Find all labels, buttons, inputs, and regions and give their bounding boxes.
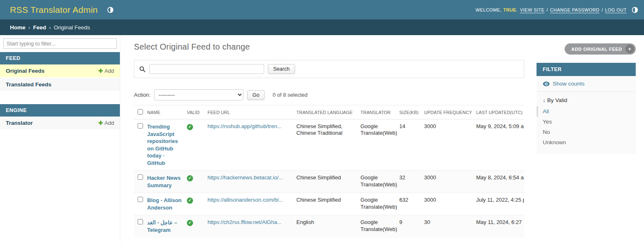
column-header-feed-url[interactable]: FEED URL	[208, 105, 296, 119]
table-row: Blog - Allison Anderson✓https://allisona…	[134, 193, 524, 215]
plus-icon: ✚	[98, 120, 103, 126]
add-original-feed-button[interactable]: ADD ORIGINAL FEED +	[565, 43, 636, 55]
sidebar-add-link[interactable]: ✚Add	[98, 68, 114, 74]
feed-name-cell: Trending JavaScript repositories on GitH…	[147, 119, 187, 171]
feed-url-link[interactable]: https://hackernews.betacat.io/...	[208, 174, 283, 181]
filter-group-title: ↓By Valid	[537, 92, 636, 106]
filter-option-unknown: Unknown	[537, 137, 636, 148]
breadcrumb-link-feed[interactable]: Feed	[33, 24, 46, 31]
theme-toggle-icon[interactable]	[632, 7, 638, 13]
go-button[interactable]: Go	[247, 90, 265, 100]
feed-name-link[interactable]: Hacker News Summary	[147, 174, 183, 189]
valid-check-icon: ✓	[187, 220, 193, 226]
add-button-label: ADD ORIGINAL FEED	[571, 47, 622, 52]
sidebar-model-link[interactable]: Translator	[6, 120, 33, 126]
translator-cell: Google Translate(Web)	[360, 215, 399, 238]
filter-option-link[interactable]: Unknown	[543, 139, 566, 145]
translator-cell: Google Translate(Web)	[360, 119, 399, 171]
show-counts-toggle[interactable]: Show counts	[537, 76, 636, 92]
last-updated-cell: May 11, 2024, 6:27	[476, 215, 524, 238]
table-row: Hacker News Summary✓https://hackernews.b…	[134, 171, 524, 193]
filter-panel-title: FILTER	[537, 63, 636, 76]
breadcrumb-link-home[interactable]: Home	[10, 24, 26, 31]
filter-option-link[interactable]: Yes	[543, 119, 552, 125]
sidebar-item-translator[interactable]: Translator✚Add	[0, 117, 120, 130]
theme-toggle-icon[interactable]	[107, 7, 114, 13]
size-kb-cell: 32	[399, 171, 424, 193]
feed-url-cell: https://allisonanderson.com/bl...	[208, 193, 296, 215]
row-checkbox[interactable]	[138, 219, 143, 224]
search-toolbar: Search	[134, 60, 524, 78]
table-row: عاجل - الغد – Telegram✓https://ch2rss.ff…	[134, 215, 524, 238]
valid-check-icon: ✓	[187, 124, 193, 130]
add-label: Add	[105, 68, 114, 74]
action-select[interactable]: ---------	[154, 89, 243, 100]
user-link-view-site[interactable]: VIEW SITE	[520, 7, 544, 12]
sidebar-item-translated-feeds[interactable]: Translated Feeds	[0, 78, 120, 92]
actions-row: Action: --------- Go 0 of 8 selected	[134, 89, 524, 100]
update-frequency-cell: 3000	[424, 171, 476, 193]
site-title[interactable]: RSS Translator Admin	[10, 5, 98, 15]
feed-name-link[interactable]: عاجل - الغد – Telegram	[147, 219, 183, 233]
filter-options-list: AllYesNoUnknown	[537, 106, 636, 149]
sidebar-model-link[interactable]: Original Feeds	[6, 68, 45, 74]
right-column: ADD ORIGINAL FEED + FILTER Show counts ↓…	[537, 43, 636, 154]
main-content: Select Original Feed to change Search Ac…	[134, 35, 524, 238]
plus-icon: ✚	[98, 68, 103, 74]
column-header-translator[interactable]: TRANSLATOR	[360, 105, 399, 119]
filter-option-link[interactable]: No	[543, 129, 550, 135]
column-header-size-kb-[interactable]: SIZE(KB)	[399, 105, 424, 119]
feed-name-link[interactable]: Blog - Allison Anderson	[147, 197, 183, 211]
user-link-change-password[interactable]: CHANGE PASSWORD	[550, 7, 599, 12]
username-suffix: .	[516, 7, 518, 12]
valid-cell: ✓	[187, 171, 208, 193]
filter-option-all: All	[537, 106, 636, 117]
filter-option-yes: Yes	[537, 117, 636, 127]
filter-panel: FILTER Show counts ↓By Valid AllYesNoUnk…	[537, 63, 636, 154]
valid-cell: ✓	[187, 193, 208, 215]
select-all-header-cell	[134, 105, 147, 119]
column-header-last-updated-utc-[interactable]: LAST UPDATED(UTC)	[476, 105, 524, 119]
search-button[interactable]: Search	[268, 64, 295, 74]
feed-url-cell: https://rsshub.app/github/tren...	[208, 119, 296, 171]
row-checkbox[interactable]	[138, 174, 143, 180]
valid-cell: ✓	[187, 119, 208, 171]
add-label: Add	[105, 120, 114, 126]
feed-name-cell: عاجل - الغد – Telegram	[147, 215, 187, 238]
column-header-translated-language[interactable]: TRANSLATED LANGUAGE	[296, 105, 360, 119]
last-updated-cell: May 8, 2024, 6:54 a.	[476, 171, 524, 193]
update-frequency-cell: 3000	[424, 193, 476, 215]
row-checkbox[interactable]	[138, 197, 143, 202]
search-input[interactable]	[149, 64, 264, 74]
user-links: VIEW SITE/CHANGE PASSWORD/LOG OUT	[519, 7, 627, 12]
eye-icon	[543, 81, 550, 86]
feed-url-link[interactable]: https://allisonanderson.com/bl...	[208, 197, 283, 203]
sidebar-model-link[interactable]: Translated Feeds	[6, 81, 51, 88]
row-checkbox[interactable]	[138, 123, 143, 129]
sidebar-item-original-feeds[interactable]: Original Feeds✚Add	[0, 64, 120, 78]
filter-option-link[interactable]: All	[543, 108, 549, 114]
sort-descending-icon: ↓	[543, 97, 546, 103]
feed-name-cell: Hacker News Summary	[147, 171, 187, 193]
translator-cell: Google Translate(Web)	[360, 171, 399, 193]
feed-url-link[interactable]: https://rsshub.app/github/tren...	[208, 123, 281, 129]
size-kb-cell: 14	[399, 119, 424, 171]
row-select-cell	[134, 119, 147, 171]
sidebar-filter-input[interactable]	[3, 38, 117, 49]
sidebar-add-link[interactable]: ✚Add	[98, 120, 114, 126]
column-header-name[interactable]: NAME	[147, 105, 187, 119]
action-label: Action:	[134, 92, 150, 98]
feed-name-link[interactable]: Trending JavaScript repositories on GitH…	[147, 123, 183, 167]
valid-check-icon: ✓	[187, 175, 193, 181]
feed-url-link[interactable]: https://ch2rss.fflow.net/AlGha...	[208, 219, 281, 225]
user-link-log-out[interactable]: LOG OUT	[605, 7, 627, 12]
translated-language-cell: Chinese Simplified, Chinese Traditional	[296, 119, 360, 171]
feed-url-cell: https://ch2rss.fflow.net/AlGha...	[208, 215, 296, 238]
column-header-update-frequency[interactable]: UPDATE FREQUENCY	[424, 105, 476, 119]
sidebar-section-title: FEED	[0, 52, 120, 64]
select-all-checkbox[interactable]	[138, 109, 143, 114]
filter-group-label: By Valid	[547, 97, 568, 103]
sidebar-section-engine: ENGINETranslator✚Add	[0, 104, 120, 130]
column-header-valid[interactable]: VALID	[187, 105, 208, 119]
translated-language-cell: Chinese Simplified	[296, 193, 360, 215]
